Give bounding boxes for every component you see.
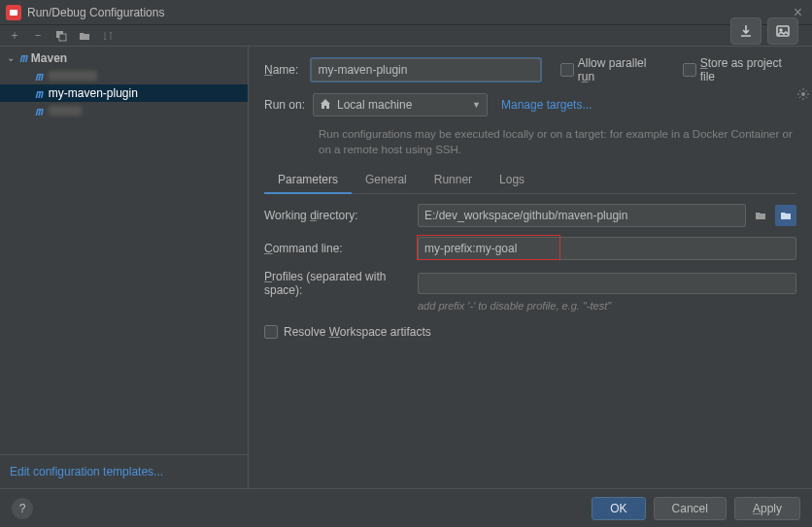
edit-templates-link[interactable]: Edit configuration templates... [0, 454, 248, 488]
allow-parallel-checkbox[interactable]: Allow parallel run [560, 56, 663, 83]
svg-rect-0 [10, 10, 17, 16]
working-directory-input[interactable] [418, 204, 746, 227]
titlebar: Run/Debug Configurations × [0, 0, 812, 25]
chevron-down-icon: ▼ [472, 100, 481, 110]
tree-item-selected[interactable]: m my-maven-plugin [0, 84, 248, 102]
download-icon[interactable] [730, 17, 761, 45]
runon-hint: Run configurations may be executed local… [319, 126, 796, 157]
ok-button[interactable]: OK [592, 497, 645, 520]
config-tree[interactable]: ⌄ m Maven m m my-maven-plugin m [0, 49, 248, 454]
copy-icon[interactable] [54, 29, 68, 43]
tree-item[interactable]: m [0, 102, 248, 119]
tree-item-label [49, 71, 97, 81]
gear-icon[interactable] [796, 87, 810, 104]
runon-combo[interactable]: Local machine ▼ [313, 93, 488, 116]
config-toolbar: ＋ － [0, 25, 812, 47]
profiles-hint: add prefix '-' to disable profile, e.g. … [418, 300, 796, 312]
store-as-project-checkbox[interactable]: Store as project file [683, 56, 796, 83]
command-line-label: Command line: [264, 242, 418, 255]
maven-icon: m [35, 104, 43, 118]
working-directory-label: Working directory: [264, 209, 418, 222]
tree-root-maven[interactable]: ⌄ m Maven [0, 49, 248, 67]
tabs: Parameters General Runner Logs [264, 167, 796, 194]
command-line-input[interactable] [418, 237, 796, 260]
svg-point-2 [780, 29, 782, 31]
name-input[interactable] [311, 58, 541, 82]
tree-item[interactable]: m [0, 67, 248, 84]
tree-item-label: my-maven-plugin [49, 86, 138, 100]
resolve-workspace-label: Resolve Workspace artifacts [284, 325, 431, 339]
add-icon[interactable]: ＋ [8, 29, 21, 43]
store-as-project-label: Store as project file [700, 56, 796, 83]
svg-rect-4 [59, 34, 66, 41]
app-icon [6, 5, 21, 20]
config-tree-sidebar: ⌄ m Maven m m my-maven-plugin m Edit con… [0, 47, 249, 488]
tab-logs[interactable]: Logs [486, 167, 538, 193]
name-label: Name: [264, 63, 311, 77]
help-icon[interactable]: ? [12, 498, 33, 519]
runon-label: Run on: [264, 98, 313, 112]
checkbox-icon [683, 63, 696, 77]
tab-general[interactable]: General [352, 167, 421, 193]
checkbox-icon [560, 63, 574, 77]
allow-parallel-label: Allow parallel run [578, 56, 663, 83]
apply-button[interactable]: Apply [734, 497, 800, 520]
profiles-label: Profiles (separated with space): [264, 270, 418, 297]
insert-macro-icon[interactable] [775, 205, 796, 226]
home-icon [320, 98, 331, 113]
sort-icon[interactable] [101, 29, 115, 43]
tab-runner[interactable]: Runner [421, 167, 486, 193]
runon-value: Local machine [337, 98, 412, 112]
browse-icon[interactable] [750, 205, 771, 226]
overlay-toolbar [730, 17, 798, 45]
config-editor: Name: Allow parallel run Store as projec… [249, 47, 812, 488]
maven-icon: m [35, 86, 43, 101]
remove-icon[interactable]: － [31, 29, 45, 43]
manage-targets-link[interactable]: Manage targets... [501, 98, 592, 112]
tab-parameters[interactable]: Parameters [264, 167, 352, 194]
checkbox-icon [264, 325, 278, 339]
cancel-button[interactable]: Cancel [654, 497, 727, 520]
folder-icon[interactable] [78, 29, 91, 43]
chevron-down-icon[interactable]: ⌄ [6, 52, 16, 63]
tree-item-label [49, 106, 82, 115]
profiles-input[interactable] [418, 273, 796, 294]
tree-root-label: Maven [31, 51, 67, 65]
maven-icon: m [35, 69, 43, 83]
image-icon[interactable] [767, 17, 798, 45]
dialog-buttons: ? OK Cancel Apply [0, 488, 812, 527]
svg-point-5 [801, 92, 805, 96]
maven-icon: m [19, 50, 27, 65]
window-title: Run/Debug Configurations [27, 6, 164, 19]
resolve-workspace-checkbox[interactable]: Resolve Workspace artifacts [264, 325, 796, 339]
